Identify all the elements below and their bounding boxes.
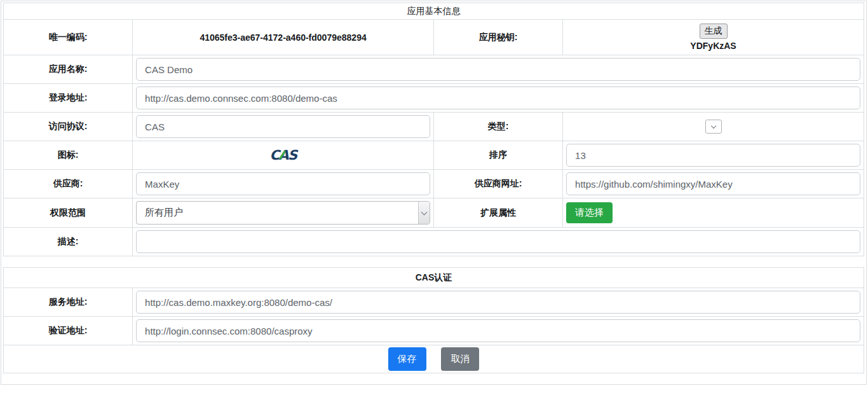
- cancel-button[interactable]: 取消: [441, 347, 479, 371]
- description-input[interactable]: [136, 230, 860, 253]
- generate-secret-button[interactable]: 生成: [700, 24, 728, 39]
- description-label: 描述:: [4, 228, 133, 256]
- scope-select[interactable]: 所有用户: [136, 201, 430, 225]
- sort-label: 排序: [433, 141, 562, 170]
- protocol-label: 访问协议:: [4, 113, 133, 141]
- app-secret-label: 应用秘钥:: [433, 20, 562, 55]
- unique-code-label: 唯一编码:: [4, 20, 133, 55]
- table-header-row: 应用基本信息: [4, 3, 864, 20]
- basic-info-table: 应用基本信息 唯一编码: 41065fe3-ae67-4172-a460-fd0…: [3, 3, 864, 256]
- validate-url-input[interactable]: [136, 319, 860, 342]
- login-url-label: 登录地址:: [4, 84, 133, 113]
- table-row: 访问协议: 类型:: [4, 113, 864, 141]
- type-select[interactable]: [705, 120, 722, 134]
- ext-attr-label: 扩展属性: [433, 198, 562, 228]
- table-row: 描述:: [4, 228, 864, 256]
- table-row: 登录地址:: [4, 84, 864, 113]
- ext-attr-choose-button[interactable]: 请选择: [566, 202, 613, 223]
- cas-app-logo: CAS: [269, 148, 296, 163]
- service-url-input[interactable]: [136, 291, 860, 314]
- app-name-label: 应用名称:: [4, 55, 133, 84]
- table-row: 供应商: 供应商网址:: [4, 170, 864, 198]
- sort-input[interactable]: [566, 144, 860, 167]
- vendor-label: 供应商:: [4, 170, 133, 198]
- service-url-label: 服务地址:: [4, 288, 133, 317]
- app-edit-panel: 应用基本信息 唯一编码: 41065fe3-ae67-4172-a460-fd0…: [1, 1, 867, 385]
- icon-label: 图标:: [4, 141, 133, 170]
- table-row: 保存 取消: [4, 345, 864, 373]
- cas-auth-title: CAS认证: [4, 268, 864, 288]
- login-url-input[interactable]: [136, 87, 860, 109]
- table-row: 服务地址:: [4, 288, 864, 317]
- chevron-down-icon: [710, 123, 715, 128]
- unique-code-value: 41065fe3-ae67-4172-a460-fd0079e88294: [200, 32, 366, 43]
- table-row: 应用名称:: [4, 55, 864, 84]
- cas-auth-table: CAS认证 服务地址: 验证地址: 保存 取消: [3, 267, 864, 373]
- protocol-input[interactable]: [136, 115, 430, 138]
- vendor-input[interactable]: [136, 172, 430, 195]
- table-row: 权限范围 所有用户 扩展属性 请选择: [4, 198, 864, 228]
- save-button[interactable]: 保存: [388, 347, 426, 371]
- scope-selected-value: 所有用户: [145, 207, 183, 219]
- scope-label: 权限范围: [4, 198, 133, 228]
- vendor-url-label: 供应商网址:: [433, 170, 562, 198]
- type-label: 类型:: [433, 113, 562, 141]
- validate-url-label: 验证地址:: [4, 317, 133, 345]
- table-row: 唯一编码: 41065fe3-ae67-4172-a460-fd0079e882…: [4, 20, 864, 55]
- app-name-input[interactable]: [136, 58, 860, 81]
- table-header-row: CAS认证: [4, 268, 864, 288]
- chevron-down-icon: [418, 202, 430, 224]
- app-secret-value: YDFyKzAS: [566, 41, 860, 51]
- table-row: 验证地址:: [4, 317, 864, 345]
- basic-info-title: 应用基本信息: [4, 3, 864, 20]
- vendor-url-input[interactable]: [566, 172, 860, 195]
- table-row: 图标: CAS 排序: [4, 141, 864, 170]
